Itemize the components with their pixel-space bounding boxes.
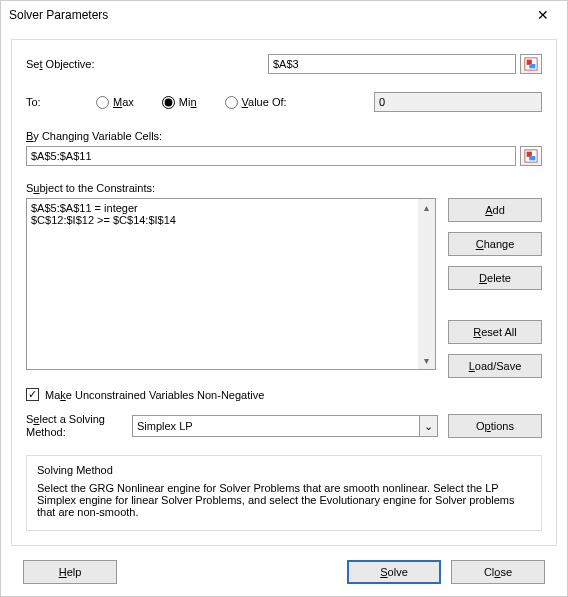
nonneg-label: Make Unconstrained Variables Non-Negativ… — [45, 389, 264, 401]
variables-input[interactable] — [26, 146, 516, 166]
range-picker-icon[interactable] — [520, 146, 542, 166]
close-button[interactable]: Close — [451, 560, 545, 584]
scrollbar[interactable]: ▴ ▾ — [418, 199, 435, 369]
info-title: Solving Method — [37, 464, 531, 476]
scroll-up-icon[interactable]: ▴ — [418, 199, 435, 216]
method-select[interactable]: Simplex LP ⌄ — [132, 415, 438, 437]
constraints-label: Subject to the Constraints: — [26, 182, 542, 194]
main-panel: Set Objective: To: Max Min Value — [11, 39, 557, 546]
range-picker-icon[interactable] — [520, 54, 542, 74]
method-label: Select a SolvingMethod: — [26, 413, 122, 439]
svg-rect-5 — [529, 156, 535, 160]
help-button[interactable]: Help — [23, 560, 117, 584]
change-button[interactable]: Change — [448, 232, 542, 256]
valueof-input[interactable] — [374, 92, 542, 112]
close-icon[interactable]: ✕ — [523, 1, 563, 29]
add-button[interactable]: Add — [448, 198, 542, 222]
svg-rect-2 — [529, 64, 535, 68]
load-save-button[interactable]: Load/Save — [448, 354, 542, 378]
info-body: Select the GRG Nonlinear engine for Solv… — [37, 482, 531, 518]
nonneg-checkbox[interactable]: ✓ Make Unconstrained Variables Non-Negat… — [26, 388, 542, 401]
constraints-list[interactable]: $A$5:$A$11 = integer $C$12:$I$12 >= $C$1… — [26, 198, 436, 370]
radio-valueof[interactable]: Value Of: — [225, 96, 287, 109]
delete-button[interactable]: Delete — [448, 266, 542, 290]
objective-input[interactable] — [268, 54, 516, 74]
constraint-item[interactable]: $A$5:$A$11 = integer — [31, 202, 431, 214]
radio-min[interactable]: Min — [162, 96, 197, 109]
solve-button[interactable]: Solve — [347, 560, 441, 584]
to-label: To: — [26, 96, 60, 108]
scroll-down-icon[interactable]: ▾ — [418, 352, 435, 369]
window-title: Solver Parameters — [9, 8, 108, 22]
reset-all-button[interactable]: Reset All — [448, 320, 542, 344]
variables-label: By Changing Variable Cells: — [26, 130, 542, 142]
objective-label: Set Objective: — [26, 58, 268, 70]
constraint-item[interactable]: $C$12:$I$12 >= $C$14:$I$14 — [31, 214, 431, 226]
dialog-footer: Help Solve Close — [11, 546, 557, 584]
options-button[interactable]: Options — [448, 414, 542, 438]
solver-dialog: Solver Parameters ✕ Set Objective: To: M… — [0, 0, 568, 597]
info-box: Solving Method Select the GRG Nonlinear … — [26, 455, 542, 531]
titlebar: Solver Parameters ✕ — [1, 1, 567, 29]
checkbox-icon: ✓ — [26, 388, 39, 401]
radio-max[interactable]: Max — [96, 96, 134, 109]
chevron-down-icon: ⌄ — [419, 416, 437, 436]
method-value: Simplex LP — [137, 420, 193, 432]
